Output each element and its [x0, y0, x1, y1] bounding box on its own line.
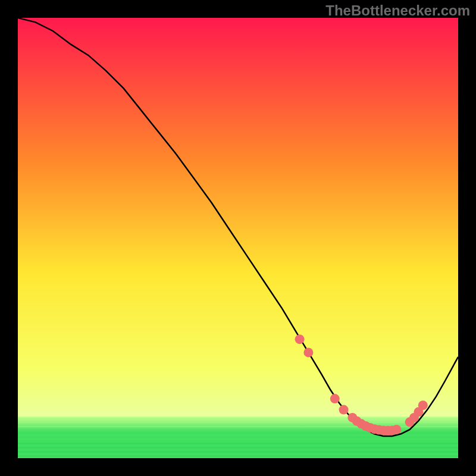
chart-frame: TheBottleneсker.com	[0, 0, 476, 476]
gradient-background	[18, 18, 458, 458]
svg-point-12	[330, 394, 340, 403]
plot-area	[18, 18, 458, 458]
svg-point-13	[339, 405, 349, 415]
svg-point-24	[392, 425, 401, 434]
svg-point-11	[303, 347, 313, 357]
svg-point-10	[295, 334, 305, 344]
svg-point-28	[418, 400, 428, 410]
chart-svg	[18, 18, 458, 458]
watermark-text: TheBottleneсker.com	[325, 2, 470, 19]
